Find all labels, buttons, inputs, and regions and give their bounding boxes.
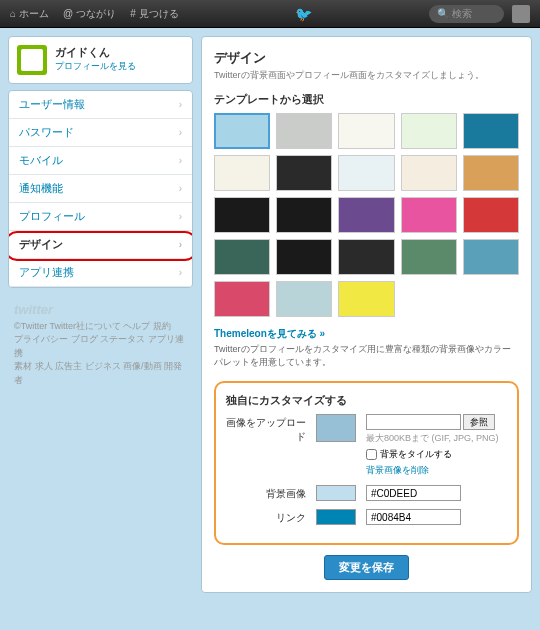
themeleon-link[interactable]: Themeleonを見てみる » xyxy=(214,327,519,341)
tile-bg-checkbox[interactable]: 背景をタイルする xyxy=(366,448,507,461)
nav-discover[interactable]: # 見つける xyxy=(130,7,179,21)
themeleon-desc: Twitterのプロフィールをカスタマイズ用に豊富な種類の背景画像やカラーパレッ… xyxy=(214,343,519,369)
template-thumb[interactable] xyxy=(463,113,519,149)
template-thumb[interactable] xyxy=(401,155,457,191)
search-input[interactable]: 🔍 検索 xyxy=(429,5,504,23)
file-path-input[interactable] xyxy=(366,414,461,430)
chevron-right-icon: › xyxy=(179,155,182,166)
template-thumb[interactable] xyxy=(338,197,394,233)
menu-apps[interactable]: アプリ連携› xyxy=(9,259,192,287)
profile-card: ガイドくん プロフィールを見る xyxy=(8,36,193,84)
template-thumb[interactable] xyxy=(401,239,457,275)
template-heading: テンプレートから選択 xyxy=(214,92,519,107)
template-thumb[interactable] xyxy=(276,197,332,233)
view-profile-link[interactable]: プロフィールを見る xyxy=(55,60,136,73)
customize-heading: 独自にカスタマイズする xyxy=(226,393,507,408)
main-content: デザイン Twitterの背景画面やプロフィール画面をカスタマイズしましょう。 … xyxy=(201,36,532,593)
menu-password[interactable]: パスワード› xyxy=(9,119,192,147)
template-thumb[interactable] xyxy=(401,113,457,149)
template-thumb[interactable] xyxy=(276,113,332,149)
bg-color-swatch[interactable] xyxy=(316,485,356,501)
chevron-right-icon: › xyxy=(179,267,182,278)
template-thumb[interactable] xyxy=(463,155,519,191)
bg-preview-swatch xyxy=(316,414,356,442)
template-thumb[interactable] xyxy=(276,281,332,317)
link-color-swatch[interactable] xyxy=(316,509,356,525)
nav-home[interactable]: ⌂ ホーム xyxy=(10,7,49,21)
delete-bg-link[interactable]: 背景画像を削除 xyxy=(366,464,429,477)
twitter-bird-icon: 🐦 xyxy=(179,6,429,22)
footer-links: twitter ©Twitter Twitter社について ヘルプ 規約 プライ… xyxy=(8,294,193,393)
link-color-input[interactable] xyxy=(366,509,461,525)
template-thumb[interactable] xyxy=(338,113,394,149)
upload-hint: 最大800KBまで (GIF, JPG, PNG) xyxy=(366,432,507,445)
template-thumb[interactable] xyxy=(214,197,270,233)
bg-color-input[interactable] xyxy=(366,485,461,501)
profile-name: ガイドくん xyxy=(55,45,136,60)
template-thumb[interactable] xyxy=(338,155,394,191)
template-thumb[interactable] xyxy=(463,239,519,275)
nav-connect[interactable]: @ つながり xyxy=(63,7,116,21)
menu-notifications[interactable]: 通知機能› xyxy=(9,175,192,203)
template-thumb[interactable] xyxy=(214,155,270,191)
browse-button[interactable]: 参照 xyxy=(463,414,495,430)
menu-profile[interactable]: プロフィール› xyxy=(9,203,192,231)
page-title: デザイン xyxy=(214,49,519,67)
upload-label: 画像をアップロード xyxy=(226,414,306,444)
menu-user-info[interactable]: ユーザー情報› xyxy=(9,91,192,119)
template-thumb[interactable] xyxy=(338,239,394,275)
user-menu[interactable] xyxy=(512,5,530,23)
template-thumb[interactable] xyxy=(214,281,270,317)
template-thumb[interactable] xyxy=(276,239,332,275)
chevron-right-icon: › xyxy=(179,211,182,222)
menu-mobile[interactable]: モバイル› xyxy=(9,147,192,175)
chevron-right-icon: › xyxy=(179,183,182,194)
chevron-right-icon: › xyxy=(179,127,182,138)
template-thumb[interactable] xyxy=(214,113,270,149)
template-thumb[interactable] xyxy=(214,239,270,275)
chevron-right-icon: › xyxy=(179,239,182,250)
link-color-label: リンク xyxy=(226,509,306,525)
settings-menu: ユーザー情報› パスワード› モバイル› 通知機能› プロフィール› デザイン›… xyxy=(8,90,193,288)
topbar: ⌂ ホーム @ つながり # 見つける 🐦 🔍 検索 xyxy=(0,0,540,28)
save-button[interactable]: 変更を保存 xyxy=(324,555,409,580)
template-thumb[interactable] xyxy=(276,155,332,191)
twitter-logo: twitter xyxy=(14,300,187,320)
bg-color-label: 背景画像 xyxy=(226,485,306,501)
page-subtitle: Twitterの背景画面やプロフィール画面をカスタマイズしましょう。 xyxy=(214,69,519,82)
avatar xyxy=(17,45,47,75)
template-thumb[interactable] xyxy=(338,281,394,317)
customize-panel: 独自にカスタマイズする 画像をアップロード 参照 最大800KBまで (GIF,… xyxy=(214,381,519,545)
template-thumb[interactable] xyxy=(401,197,457,233)
menu-design[interactable]: デザイン› xyxy=(9,231,192,259)
template-thumb[interactable] xyxy=(463,197,519,233)
chevron-right-icon: › xyxy=(179,99,182,110)
template-grid xyxy=(214,113,519,317)
